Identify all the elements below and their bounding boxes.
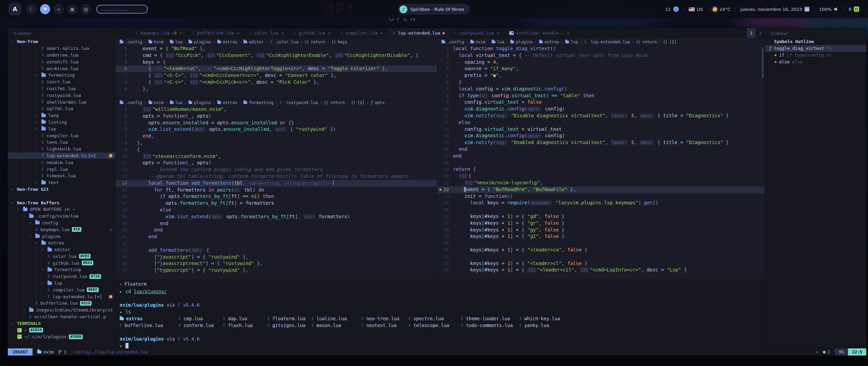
tree-item[interactable]: ☾github.lua#654 — [8, 260, 115, 266]
code-line[interactable]: 11 vim.notify(msg: "Disable diagnostics … — [437, 113, 765, 119]
code-line[interactable]: 5 opts.ensure_installed = opts.ensure_in… — [116, 120, 437, 126]
code-line[interactable]: 6 { [1]"<leader>uC", [2]"<cmd>CccHighlig… — [116, 65, 437, 72]
notes-widget-button[interactable]: ▤ — [81, 4, 91, 14]
terminal-item[interactable]: ~/.c/n/l/plugins#3980 — [8, 333, 115, 340]
code-view[interactable]: 3 [1]"williamboman/mason.nvim",4 opts = … — [116, 106, 437, 274]
tree-item[interactable]: ☾sqlfmt.lua — [8, 105, 115, 112]
code-line[interactable]: 3 [1]"williamboman/mason.nvim", — [116, 106, 437, 113]
tree-item[interactable]: ▾.config/nvim/lua — [8, 213, 115, 220]
tab-scrollbar-handle-[interactable]: scrollbar-handle-…× — [505, 28, 575, 38]
breadcrumb-segment[interactable]: nvim — [470, 40, 486, 44]
code-line[interactable]: 27 keys[#keys + 1] = { "gr", false } — [437, 220, 765, 227]
tree-item[interactable]: ☾color.lua#493 — [8, 253, 115, 260]
code-line[interactable]: 10 vim.diagnostic.config(opts: config) — [437, 106, 765, 113]
code-line[interactable]: 20 [1]{ — [437, 173, 765, 180]
tab-close-icon[interactable]: × — [380, 30, 383, 36]
tree-item[interactable]: ☾repl.lua — [8, 166, 115, 172]
code-line[interactable]: 21 end — [116, 227, 437, 233]
volume-widget[interactable]: 100% — [819, 7, 839, 12]
weather-widget[interactable]: 24°C — [713, 7, 730, 12]
breadcrumb-segment[interactable]: ƒopts — [371, 100, 384, 105]
code-line[interactable]: 26 keys[#keys + 1] = { "gd", false } — [437, 213, 765, 220]
tabpage-2[interactable]: 2 — [756, 28, 765, 38]
tree-item[interactable]: ☾neodim.lua — [8, 159, 115, 166]
code-line[interactable]: 5 keys = { — [116, 59, 437, 66]
code-line[interactable]: 29 keys[#keys + 1] = { "gI", false } — [437, 233, 765, 240]
code-line[interactable]: 9 config.virtual_text = false — [437, 99, 765, 106]
breadcrumb-segment[interactable]: plugins — [189, 100, 211, 105]
tree-item[interactable]: ☾compiler.lua#682 — [8, 286, 115, 293]
tree-item[interactable]: ▾editor — [8, 246, 115, 253]
code-line[interactable]: 4 cmd = { [1]"CccPick", [2]"CccConvert",… — [116, 52, 437, 59]
code-line[interactable]: 10 [1]"stevearc/conform.nvim", — [116, 153, 437, 160]
sidebar-section-header[interactable]: ▾Neo-Tree Git — [8, 186, 115, 193]
code-line[interactable]: 24 local keys = require(modname: "lazyvi… — [437, 200, 765, 206]
tab-keymaps-lua[interactable]: ☾keymaps.lua⚠3× — [131, 28, 187, 38]
code-line[interactable]: 12 --- Extend the conform plugin config … — [116, 166, 437, 173]
floaterm-panel[interactable]: ▾ Floaterm ▸cd lua/plugins/nvim/lua/plug… — [116, 280, 765, 349]
music-widget[interactable]: ♪ Spiritbox - Rule Of Nines — [398, 4, 470, 15]
code-line[interactable]: 13 ---@param tbl table<string, conform.F… — [116, 173, 437, 180]
tree-item[interactable]: ☾undotree.lua — [8, 52, 115, 59]
breadcrumb-segment[interactable]: formatting — [243, 100, 273, 105]
breadcrumb-segment[interactable]: extras — [217, 100, 237, 105]
tree-item[interactable]: ▾formatting — [8, 72, 115, 79]
code-line[interactable]: 14 local function add_formatters(tbl :ta… — [116, 180, 437, 187]
code-line[interactable]: 18 else — [116, 207, 437, 214]
tree-item[interactable]: ▾formatting — [8, 266, 115, 273]
code-line[interactable]: 16 end — [437, 146, 765, 153]
code-view[interactable]: 1local function toggle_diag_virtext()2 l… — [437, 45, 765, 273]
apps-widget[interactable]: 9 — [849, 6, 859, 12]
breadcrumb-segment[interactable]: {}[2] — [351, 100, 364, 105]
code-line[interactable]: 18 — [437, 160, 765, 166]
code-line[interactable]: 17end — [437, 153, 765, 160]
code-line[interactable]: 1local function toggle_diag_virtext() — [437, 45, 765, 52]
breadcrumb-segment[interactable]: nvim — [149, 100, 164, 105]
tabpage-1[interactable]: 1 — [747, 28, 756, 38]
code-line[interactable]: 20 end — [116, 220, 437, 227]
tree-item[interactable]: ▸lang — [8, 112, 115, 119]
code-line[interactable]: 26 ["javascriptreact"] = { "rustywind" }… — [116, 260, 437, 267]
code-line[interactable]: 3 spacing = 4, — [437, 59, 765, 66]
code-line[interactable]: 21 [1]"neovim/nvim-lspconfig", — [437, 180, 765, 186]
breadcrumb-segment[interactable]: {}keys — [332, 40, 348, 44]
date-widget[interactable]: jueves, noviembre 16, 2023 — [740, 7, 809, 12]
code-line[interactable]: 2 local virtual_text = { -- Default virt… — [437, 52, 765, 59]
code-line[interactable]: 8 if type(v: config.virtual_text) == "ta… — [437, 93, 765, 99]
tree-item[interactable]: ☾lightbulb.lua — [8, 146, 115, 152]
code-line[interactable]: 23 init = function() — [437, 193, 765, 200]
code-line[interactable]: 12 else — [437, 119, 765, 126]
code-line[interactable]: 7 { [1]"<S-C>", [2]"<cmd>CccConvert<cr>"… — [116, 72, 437, 79]
outline-item[interactable]: ◈ifif type(config.vi — [765, 52, 866, 59]
tree-item[interactable]: ☾smart-splits.lua — [8, 45, 115, 52]
code-line[interactable]: 4 source = "if_many", — [437, 65, 765, 72]
breadcrumb-segment[interactable]: nvim — [149, 40, 164, 44]
tree-item[interactable]: ▸linting — [8, 119, 115, 126]
code-line[interactable]: 13 config.virtual_text = virtual_text — [437, 126, 765, 133]
breadcrumb-segment[interactable]: lua — [492, 40, 505, 44]
tree-item[interactable]: ▾OPEN BUFFERS in ~ — [8, 206, 115, 213]
code-line[interactable]: 19return { — [437, 166, 765, 173]
tree-item[interactable]: ☾bufferline.lua#328 — [8, 300, 115, 307]
editor-pane-color-lua[interactable]: .config▸nvim▸lua▸plugins▸extras▸editor▸☾… — [116, 38, 437, 99]
tree-item[interactable]: ▸test — [8, 179, 115, 186]
tree-item[interactable]: ☾shellharden.lua — [8, 99, 115, 105]
keyboard-layout-widget[interactable]: US — [689, 7, 703, 12]
breadcrumb-segment[interactable]: extras — [217, 40, 237, 44]
tree-item[interactable]: ▾Juegos/Indies/SteamLibrary/st — [8, 307, 115, 313]
code-line[interactable]: 27 ["typescript"] = { "rustywind" }, — [116, 267, 437, 274]
breadcrumb-segment[interactable]: plugins — [510, 40, 533, 44]
tab-color-lua[interactable]: ☾color.lua× — [245, 28, 289, 38]
tab-close-icon[interactable]: × — [567, 30, 570, 36]
breadcrumb-segment[interactable]: plugins — [189, 40, 211, 44]
tree-item[interactable]: ☾compiler.lua — [8, 132, 115, 139]
tree-item[interactable]: ☾rustywind.lua — [8, 92, 115, 99]
code-line[interactable]: 16 if opts.formatters_by_ft[ft] == nil t… — [116, 193, 437, 200]
code-line[interactable]: 8 { [1]"<C-c>", [2]"<cmd>CccPick<cr>", d… — [116, 79, 437, 86]
breadcrumb-segment[interactable]: ☾color.lua — [270, 40, 298, 44]
breadcrumb-segment[interactable]: {}return — [324, 100, 345, 105]
tree-item[interactable]: ☾lsp-extended.lu[+] — [8, 152, 115, 159]
breadcrumb-segment[interactable]: .config — [120, 40, 142, 44]
code-line[interactable]: 4 opts = function(_, opts) — [116, 113, 437, 120]
tree-item[interactable]: ☾lsp-extended.lu[+] — [8, 293, 115, 300]
